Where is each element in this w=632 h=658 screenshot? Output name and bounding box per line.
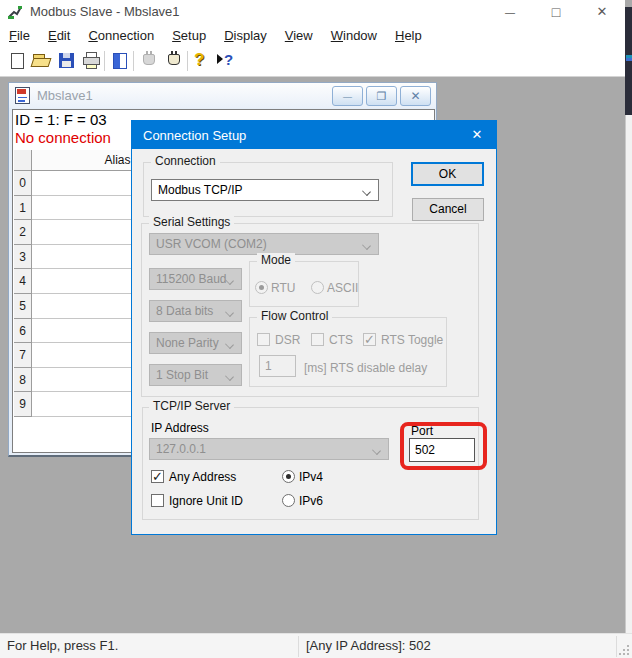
dialog-close-icon[interactable] (460, 121, 494, 149)
menu-window[interactable]: Window (322, 28, 386, 43)
statusbar-separator (616, 636, 617, 657)
child-title-bar[interactable]: Mbslave1 (9, 83, 436, 108)
save-icon[interactable] (55, 50, 78, 73)
minimize-icon[interactable] (496, 0, 524, 24)
chevron-down-icon (363, 188, 371, 196)
connect-icon (138, 50, 161, 73)
table-corner-cell[interactable] (14, 150, 32, 171)
background-window-edge-dark (625, 7, 632, 115)
chevron-down-icon (226, 309, 234, 317)
title-bar: Modbus Slave - Mbslave1 (0, 0, 625, 24)
resize-grip-icon[interactable] (619, 645, 629, 655)
any-address-label: Any Address (169, 470, 236, 484)
stop-bits-select: 1 Stop Bit (149, 364, 242, 386)
ipv4-label: IPv4 (299, 470, 323, 484)
open-file-icon[interactable] (30, 50, 53, 73)
poll-definition-text: ID = 1: F = 03 (15, 111, 107, 128)
ignore-unit-id-label: Ignore Unit ID (169, 494, 243, 508)
serial-port-select: USR VCOM (COM2) (149, 233, 379, 255)
menu-setup[interactable]: Setup (163, 28, 215, 43)
help-icon[interactable]: ? (191, 50, 214, 73)
chevron-down-icon (373, 447, 381, 455)
menu-file[interactable]: File (0, 28, 39, 43)
connection-status-text: No connection (15, 129, 111, 146)
child-minimize-icon[interactable] (332, 86, 363, 106)
chevron-down-icon (226, 277, 234, 285)
statusbar-connection-text: [Any IP Address]: 502 (306, 638, 431, 653)
ip-address-label: IP Address (151, 421, 209, 435)
ascii-radio (311, 281, 324, 294)
ipv4-radio[interactable] (282, 470, 295, 483)
chevron-down-icon (226, 373, 234, 381)
mode-group-label: Mode (257, 253, 295, 267)
flow-control-group-label: Flow Control (257, 309, 332, 323)
disconnect-icon[interactable] (163, 50, 186, 73)
cancel-button[interactable]: Cancel (412, 198, 484, 221)
connection-group-label: Connection (151, 154, 220, 168)
child-close-icon[interactable] (400, 86, 431, 106)
rts-delay-input (259, 355, 296, 377)
dsr-checkbox (257, 333, 270, 346)
status-bar: For Help, press F1. [Any IP Address]: 50… (0, 633, 632, 658)
port-highlight-annotation (400, 422, 487, 470)
new-file-icon[interactable] (6, 50, 29, 73)
window-title: Modbus Slave - Mbslave1 (30, 4, 180, 19)
close-icon[interactable] (588, 0, 616, 24)
chevron-down-icon (363, 242, 371, 250)
child-restore-icon[interactable] (366, 86, 397, 106)
rtu-label: RTU (271, 281, 295, 295)
background-taskbar-icon (626, 55, 632, 58)
menu-help[interactable]: Help (386, 28, 431, 43)
app-icon (7, 4, 23, 20)
rts-toggle-checkbox (363, 333, 376, 346)
ok-button[interactable]: OK (411, 162, 484, 186)
ipv6-label: IPv6 (299, 494, 323, 508)
menu-edit[interactable]: Edit (39, 28, 79, 43)
serial-settings-group-label: Serial Settings (149, 215, 234, 229)
statusbar-help-text: For Help, press F1. (7, 638, 118, 653)
baud-rate-select: 115200 Baud (149, 268, 242, 290)
dialog-title-bar[interactable]: Connection Setup (132, 121, 496, 149)
parity-select: None Parity (149, 332, 242, 354)
menu-bar: File Edit Connection Setup Display View … (0, 24, 625, 47)
menu-connection[interactable]: Connection (79, 28, 163, 43)
cts-label: CTS (329, 333, 353, 347)
cts-checkbox (311, 333, 324, 346)
rtu-radio (255, 281, 268, 294)
rts-toggle-label: RTS Toggle (381, 333, 443, 347)
menu-display[interactable]: Display (215, 28, 276, 43)
display-setup-icon[interactable] (109, 50, 132, 73)
data-bits-select: 8 Data bits (149, 300, 242, 322)
print-icon[interactable] (80, 50, 103, 73)
menu-view[interactable]: View (276, 28, 322, 43)
connection-type-select[interactable]: Modbus TCP/IP (151, 179, 379, 201)
ascii-label: ASCII (327, 281, 358, 295)
ipv6-radio[interactable] (282, 494, 295, 507)
rts-delay-label: [ms] RTS disable delay (304, 361, 427, 375)
context-help-icon[interactable]: ? (214, 50, 237, 73)
ip-address-select: 127.0.0.1 (149, 438, 389, 460)
ignore-unit-id-checkbox[interactable] (151, 494, 164, 507)
tcpip-server-group-label: TCP/IP Server (149, 399, 234, 413)
child-window-title: Mbslave1 (37, 88, 93, 103)
connection-setup-dialog: Connection Setup Connection Modbus TCP/I… (131, 120, 497, 535)
background-window-edge-light (625, 115, 632, 633)
chevron-down-icon (226, 341, 234, 349)
document-icon (15, 87, 30, 104)
any-address-checkbox[interactable] (151, 470, 164, 483)
dsr-label: DSR (275, 333, 300, 347)
dialog-title: Connection Setup (143, 128, 246, 143)
toolbar: ? ? (0, 47, 625, 77)
maximize-icon[interactable] (542, 0, 570, 24)
statusbar-separator (298, 636, 299, 657)
